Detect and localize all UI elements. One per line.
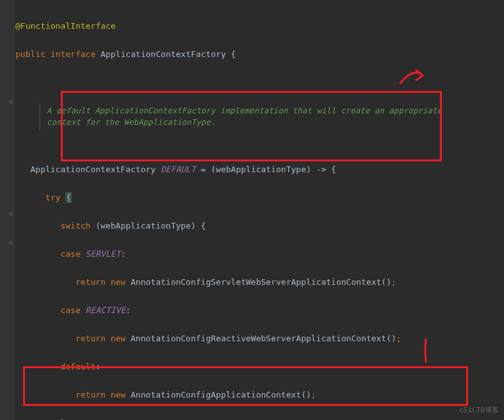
kw-return: return bbox=[76, 277, 106, 287]
annotation-arrow-icon bbox=[397, 64, 429, 90]
fold-marker-icon[interactable]: ⊟ bbox=[9, 99, 14, 104]
annotation: @FunctionalInterface bbox=[15, 21, 116, 31]
kw-case: case bbox=[60, 249, 80, 259]
kw-default: default bbox=[60, 362, 95, 371]
reactive-context-class: AnnotationConfigReactiveWebServerApplica… bbox=[131, 334, 396, 343]
kw-interface: interface bbox=[51, 49, 95, 59]
servlet-context-class: AnnotationConfigServletWebServerApplicat… bbox=[131, 277, 391, 287]
case-servlet: SERVLET bbox=[86, 249, 121, 259]
field-type: ApplicationContextFactory bbox=[30, 165, 156, 174]
matched-brace: { bbox=[65, 192, 72, 203]
brace: { bbox=[231, 49, 236, 59]
javadoc-block: A default ApplicationContextFactory impl… bbox=[39, 104, 455, 129]
kw-case: case bbox=[60, 305, 80, 315]
fold-marker-icon[interactable]: ⊟ bbox=[9, 240, 14, 245]
kw-try: try bbox=[45, 193, 60, 202]
case-reactive: REACTIVE bbox=[86, 305, 126, 315]
class-name: ApplicationContextFactory bbox=[101, 49, 226, 59]
default-context-class: AnnotationConfigApplicationContext() bbox=[131, 390, 311, 400]
kw-new: new bbox=[111, 277, 126, 287]
kw-public: public bbox=[15, 49, 45, 59]
annotation-mark-icon bbox=[419, 336, 432, 365]
fold-marker-icon[interactable]: ⊟ bbox=[9, 211, 14, 216]
field-name: DEFAULT bbox=[161, 165, 196, 174]
watermark: ©51CTO博客 bbox=[459, 405, 499, 415]
kw-switch: switch bbox=[60, 221, 90, 230]
editor-gutter: ⊟ ⊟ ⊟ bbox=[0, 0, 14, 420]
